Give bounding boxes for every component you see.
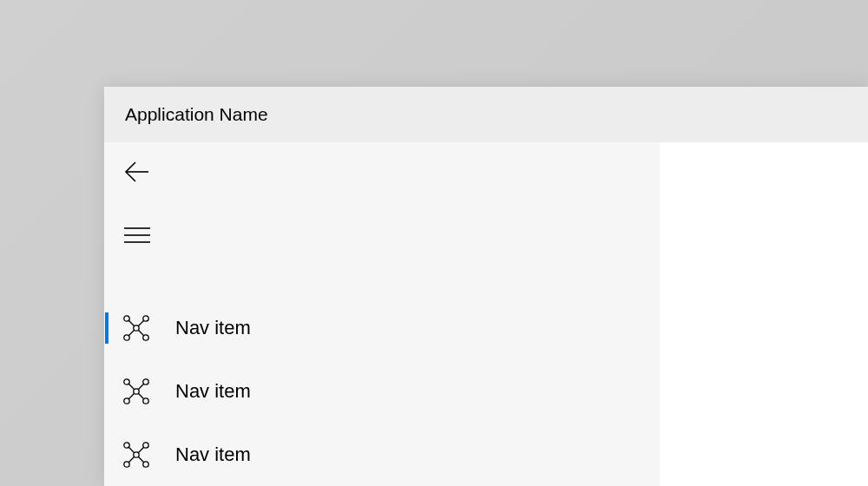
svg-point-17 [134, 389, 139, 394]
svg-point-14 [143, 379, 148, 384]
svg-line-21 [138, 393, 143, 398]
back-arrow-icon [124, 161, 150, 187]
svg-line-12 [138, 330, 143, 335]
svg-line-19 [138, 384, 143, 389]
svg-line-30 [138, 456, 143, 462]
window-body: Nav item Nav item [104, 142, 868, 486]
svg-point-25 [143, 461, 148, 466]
nav-item-icon [122, 440, 151, 470]
svg-line-18 [128, 384, 134, 389]
nav-spacer [104, 269, 660, 297]
svg-line-29 [128, 456, 134, 462]
svg-line-11 [128, 330, 134, 335]
navigation-pane: Nav item Nav item [104, 142, 660, 486]
svg-point-23 [143, 442, 148, 447]
nav-item-icon [122, 313, 151, 343]
svg-point-7 [143, 335, 148, 340]
svg-point-8 [134, 325, 139, 331]
svg-line-9 [128, 320, 134, 325]
svg-point-13 [124, 379, 129, 384]
svg-point-15 [124, 398, 129, 404]
title-bar: Application Name [104, 87, 868, 142]
nav-item-1[interactable]: Nav item [104, 359, 660, 423]
back-button[interactable] [120, 156, 155, 191]
nav-item-label: Nav item [175, 317, 251, 339]
hamburger-button[interactable] [120, 220, 155, 254]
svg-point-6 [124, 335, 129, 340]
back-row [104, 142, 660, 206]
nav-item-label: Nav item [175, 380, 251, 403]
nav-item-icon [122, 377, 151, 406]
svg-line-10 [138, 320, 143, 325]
svg-line-27 [128, 447, 134, 452]
hamburger-icon [124, 227, 150, 247]
app-title: Application Name [125, 104, 268, 125]
nav-item-2[interactable]: Nav item [104, 423, 660, 486]
nav-item-0[interactable]: Nav item [104, 297, 660, 360]
svg-point-22 [124, 442, 129, 447]
svg-point-26 [134, 451, 139, 456]
svg-point-24 [124, 461, 129, 466]
svg-point-5 [143, 316, 148, 321]
app-window: Application Name [104, 87, 868, 486]
svg-line-20 [128, 393, 134, 398]
svg-point-4 [124, 316, 129, 321]
svg-point-16 [143, 398, 148, 404]
hamburger-row [104, 206, 660, 269]
content-pane [660, 142, 868, 486]
nav-item-label: Nav item [175, 443, 251, 466]
svg-line-28 [138, 447, 143, 452]
